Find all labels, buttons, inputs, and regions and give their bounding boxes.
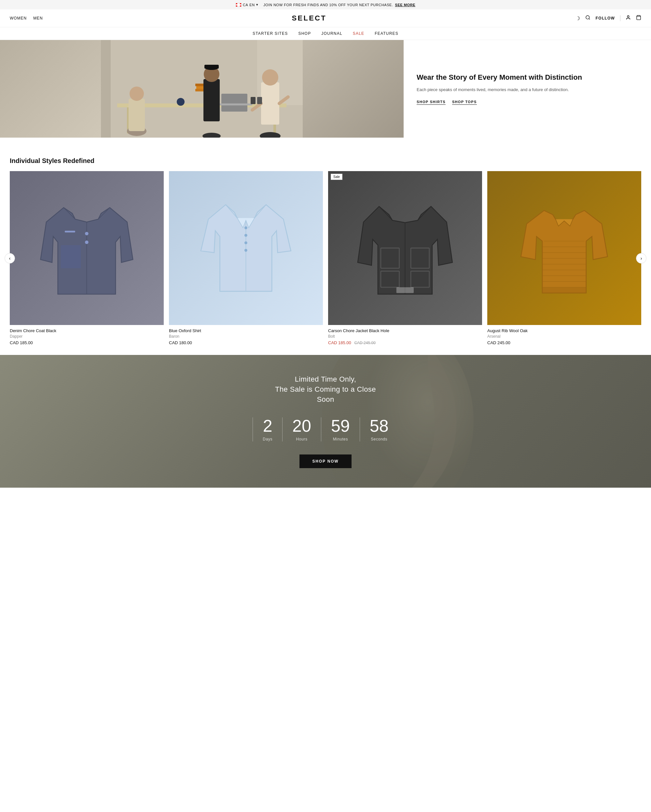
logo[interactable]: SELECT bbox=[292, 14, 327, 23]
countdown-seconds: 58 Seconds bbox=[360, 417, 399, 441]
hero-photo bbox=[0, 40, 403, 137]
cart-button[interactable] bbox=[636, 15, 641, 21]
minutes-label: Minutes bbox=[331, 437, 350, 441]
svg-rect-14 bbox=[217, 104, 252, 105]
countdown-timer: 2 Days 20 Hours 59 Minutes 58 Seconds bbox=[252, 417, 398, 441]
flag-icon bbox=[236, 3, 241, 7]
header: WOMEN MEN SELECT ☽ FOLLOW bbox=[0, 9, 651, 27]
hero-ctas: SHOP SHIRTS SHOP TOPS bbox=[417, 100, 638, 105]
nav-journal[interactable]: JOURNAL bbox=[321, 31, 342, 36]
svg-point-2 bbox=[627, 15, 629, 17]
hero-text-block: Wear the Story of Every Moment with Dist… bbox=[403, 73, 651, 105]
product-name: Denim Chore Coat Black bbox=[10, 328, 164, 333]
lang-code: EN bbox=[249, 3, 255, 7]
hero-image bbox=[0, 40, 403, 137]
svg-rect-6 bbox=[101, 40, 111, 137]
top-banner: CA EN ▾ JOIN NOW FOR FRESH FINDS AND 10%… bbox=[0, 0, 651, 9]
countdown-minutes: 59 Minutes bbox=[321, 417, 360, 441]
country-selector[interactable]: CA EN ▾ bbox=[236, 3, 258, 7]
minutes-number: 59 bbox=[331, 417, 350, 434]
product-price: CAD 245.00 bbox=[487, 340, 641, 345]
products-grid: Denim Chore Coat Black Dapper CAD 185.00 bbox=[10, 171, 641, 345]
follow-button[interactable]: FOLLOW bbox=[596, 16, 615, 20]
hours-label: Hours bbox=[292, 437, 311, 441]
countdown-days: 2 Days bbox=[252, 417, 283, 441]
sale-price: CAD 185.00 bbox=[328, 340, 351, 345]
nav-shop[interactable]: SHOP bbox=[298, 31, 311, 36]
svg-point-38 bbox=[245, 226, 248, 229]
svg-rect-25 bbox=[261, 82, 279, 125]
countdown-section: Limited Time Only, The Sale is Coming to… bbox=[0, 355, 651, 488]
product-card[interactable]: Sale Carson Chore bbox=[328, 171, 482, 345]
countdown-title: Limited Time Only, The Sale is Coming to… bbox=[252, 374, 398, 404]
search-button[interactable] bbox=[585, 15, 590, 21]
svg-point-0 bbox=[586, 15, 590, 19]
product-image bbox=[169, 171, 323, 325]
nav-features[interactable]: FEATURES bbox=[374, 31, 399, 36]
countdown-content: Limited Time Only, The Sale is Coming to… bbox=[252, 374, 398, 468]
nav-starter-sites[interactable]: STARTER SITES bbox=[252, 31, 288, 36]
carousel-prev-button[interactable]: ‹ bbox=[5, 253, 15, 264]
product-image bbox=[10, 171, 164, 325]
nav-sale[interactable]: SALE bbox=[353, 31, 365, 36]
svg-point-36 bbox=[85, 240, 89, 244]
product-name: Carson Chore Jacket Black Hole bbox=[328, 328, 482, 333]
svg-rect-20 bbox=[203, 79, 220, 121]
svg-point-29 bbox=[177, 98, 185, 106]
country-code: CA bbox=[243, 3, 248, 7]
svg-rect-18 bbox=[130, 101, 143, 121]
svg-point-40 bbox=[245, 241, 248, 244]
dark-mode-toggle[interactable]: ☽ bbox=[576, 15, 580, 21]
svg-rect-13 bbox=[222, 94, 248, 111]
product-brand: Arsenal bbox=[487, 334, 641, 339]
lang-chevron: ▾ bbox=[256, 3, 258, 7]
hero-description: Each piece speaks of moments lived, memo… bbox=[417, 87, 638, 93]
svg-rect-47 bbox=[396, 287, 414, 293]
main-nav: STARTER SITES SHOP JOURNAL SALE FEATURES bbox=[0, 27, 651, 40]
svg-rect-33 bbox=[61, 245, 81, 269]
hero-section: Wear the Story of Every Moment with Dist… bbox=[0, 40, 651, 147]
product-brand: Dapper bbox=[10, 334, 164, 339]
header-nav-left: WOMEN MEN bbox=[10, 16, 43, 20]
nav-men[interactable]: MEN bbox=[33, 16, 43, 20]
days-label: Days bbox=[263, 437, 272, 441]
svg-point-41 bbox=[245, 249, 248, 252]
banner-cta[interactable]: SEE MORE bbox=[395, 3, 415, 7]
header-divider bbox=[620, 15, 620, 21]
section-title: Individual Styles Redefined bbox=[10, 157, 641, 165]
svg-rect-34 bbox=[65, 230, 75, 232]
hours-number: 20 bbox=[292, 417, 311, 434]
days-number: 2 bbox=[263, 417, 272, 434]
hero-heading: Wear the Story of Every Moment with Dist… bbox=[417, 73, 638, 82]
product-card[interactable]: Blue Oxford Shirt Baron CAD 180.00 bbox=[169, 171, 323, 345]
original-price: CAD 245.00 bbox=[354, 340, 375, 345]
carousel-next-button[interactable]: › bbox=[636, 253, 646, 264]
product-name: Blue Oxford Shirt bbox=[169, 328, 323, 333]
banner-text: JOIN NOW FOR FRESH FINDS AND 10% OFF YOU… bbox=[263, 3, 393, 7]
shop-tops-link[interactable]: SHOP TOPS bbox=[452, 100, 477, 105]
product-brand: Baron bbox=[169, 334, 323, 339]
sale-badge: Sale bbox=[331, 174, 342, 180]
shop-now-button[interactable]: SHOP NOW bbox=[300, 455, 352, 468]
svg-point-26 bbox=[262, 69, 278, 85]
product-image: Sale bbox=[328, 171, 482, 325]
product-brand: Bolt bbox=[328, 334, 482, 339]
svg-rect-31 bbox=[257, 97, 262, 104]
product-image bbox=[487, 171, 641, 325]
countdown-hours: 20 Hours bbox=[283, 417, 321, 441]
svg-point-35 bbox=[85, 232, 89, 235]
nav-women[interactable]: WOMEN bbox=[10, 16, 27, 20]
header-actions: ☽ FOLLOW bbox=[576, 15, 641, 21]
products-section: Individual Styles Redefined ‹ bbox=[0, 147, 651, 355]
product-card[interactable]: August Rib Wool Oak Arsenal CAD 245.00 bbox=[487, 171, 641, 345]
account-button[interactable] bbox=[626, 15, 631, 21]
seconds-number: 58 bbox=[370, 417, 389, 434]
shop-shirts-link[interactable]: SHOP SHIRTS bbox=[417, 100, 446, 105]
svg-line-1 bbox=[589, 18, 590, 20]
product-card[interactable]: Denim Chore Coat Black Dapper CAD 185.00 bbox=[10, 171, 164, 345]
products-carousel: ‹ Denim Chore Coat Black bbox=[10, 171, 641, 345]
product-price: CAD 180.00 bbox=[169, 340, 323, 345]
product-name: August Rib Wool Oak bbox=[487, 328, 641, 333]
svg-point-39 bbox=[245, 234, 248, 237]
svg-rect-23 bbox=[205, 65, 219, 69]
